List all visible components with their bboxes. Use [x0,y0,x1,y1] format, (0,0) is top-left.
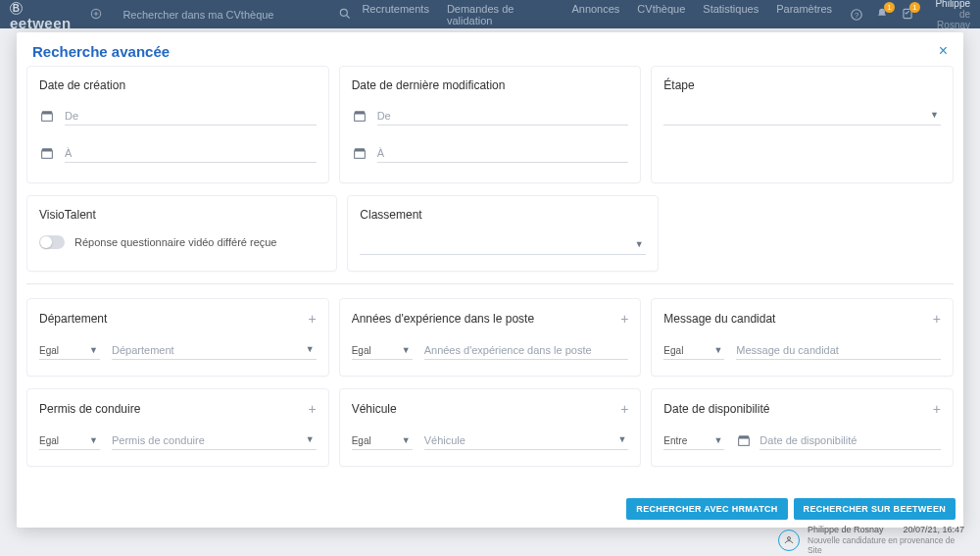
card-message: Message du candidat+ Egal▼ [651,298,954,377]
plus-icon[interactable]: + [308,401,316,417]
vehicle-op-select[interactable]: Egal [352,431,413,450]
modification-from-input[interactable] [377,106,629,126]
plus-icon[interactable]: + [308,311,316,327]
svg-point-5 [788,536,791,539]
tasks-badge: 1 [909,2,920,13]
message-input[interactable] [736,340,941,360]
modification-to-input[interactable] [377,143,629,163]
stage-select[interactable] [663,106,941,126]
card-modification-date: Date de dernière modification [339,66,642,183]
svg-text:?: ? [855,10,858,19]
card-experience: Années d'expérience dans le poste+ Egal▼ [339,298,642,377]
card-title: Date de disponibilité [663,402,769,416]
license-op-select[interactable]: Egal [39,431,100,450]
tasks-icon[interactable]: 1 [901,7,914,23]
calendar-icon[interactable] [736,432,752,448]
nav-validation[interactable]: Demandes de validation [447,3,555,26]
card-availability: Date de disponibilité+ Entre▼ [651,388,954,467]
main-nav: Recrutements Demandes de validation Anno… [362,3,832,26]
license-select[interactable]: Permis de conduire [112,430,317,450]
card-ranking: Classement ▼ [347,195,658,272]
card-title: Département [39,312,107,326]
nav-ads[interactable]: Annonces [571,3,619,26]
vehicle-select[interactable]: Véhicule [424,430,629,450]
search-beetween-button[interactable]: RECHERCHER SUR BEETWEEN [794,498,956,520]
nav-cvtheque[interactable]: CVthèque [637,3,685,26]
card-vehicle: Véhicule+ Egal▼ Véhicule▼ [339,388,642,467]
topbar-icons: ? 1 1 [850,7,914,23]
department-op-select[interactable]: Egal [39,341,100,360]
experience-input[interactable] [424,340,629,360]
svg-rect-10 [42,151,53,158]
calendar-icon[interactable] [352,145,368,161]
card-title: Classement [360,208,645,222]
department-select[interactable]: Département [112,340,317,360]
section-divider [26,283,954,284]
empty-slot [668,195,954,272]
global-search-placeholder[interactable]: Rechercher dans ma CVthèque [122,9,338,21]
notification-subtitle: Nouvelle candidature en provenance de Si… [808,535,964,555]
card-title: Étape [663,78,941,92]
availability-op-select[interactable]: Entre [663,431,724,450]
plus-icon[interactable]: + [620,401,628,417]
creation-to-input[interactable] [65,143,317,163]
card-license: Permis de conduire+ Egal▼ Permis de cond… [26,388,329,467]
card-title: VisioTalent [39,208,324,222]
user-menu[interactable]: Philippe de Rosnay [924,0,970,30]
visio-toggle-label: Réponse questionnaire vidéo différé reçu… [74,236,277,248]
card-title: Permis de conduire [39,402,140,416]
ranking-select[interactable] [360,235,645,255]
workspace-icon[interactable] [89,7,103,23]
svg-rect-16 [354,151,365,158]
notification-time: 20/07/21, 16:47 [903,525,964,535]
card-title: Message du candidat [663,312,775,326]
notification-name: Philippe de Rosnay [808,525,884,535]
modal-title: Recherche avancée [32,43,170,60]
topbar: BBeetweeneetween Rechercher dans ma CVth… [0,0,980,28]
card-visiotalent: VisioTalent Réponse questionnaire vidéo … [26,195,337,272]
logo: BBeetweeneetween [10,0,81,31]
help-icon[interactable]: ? [850,8,863,22]
calendar-icon[interactable] [39,145,55,161]
card-creation-date: Date de création [26,66,329,183]
plus-icon[interactable]: + [933,311,941,327]
creation-from-input[interactable] [65,106,317,126]
card-title: Date de création [39,78,317,92]
visio-toggle[interactable] [39,235,65,249]
calendar-icon[interactable] [39,108,55,124]
nav-params[interactable]: Paramètres [776,3,832,26]
nav-stats[interactable]: Statistiques [703,3,759,26]
svg-point-1 [341,9,348,16]
advanced-search-modal: Recherche avancée × Date de création Dat… [17,32,963,528]
message-op-select[interactable]: Egal [663,341,724,360]
plus-icon[interactable]: + [933,401,941,417]
search-hrmatch-button[interactable]: RECHERCHER AVEC HRMATCH [626,498,787,520]
bell-icon[interactable]: 1 [875,7,889,23]
notification-item[interactable]: Philippe de Rosnay20/07/21, 16:47 Nouvel… [778,524,964,556]
search-icon[interactable] [338,7,352,23]
plus-icon[interactable]: + [620,311,628,327]
card-stage: Étape ▼ [651,66,954,183]
svg-rect-13 [354,114,365,121]
card-title: Véhicule [352,402,397,416]
svg-rect-7 [42,114,53,121]
nav-recruitments[interactable]: Recrutements [362,3,428,26]
close-icon[interactable]: × [939,42,948,60]
calendar-icon[interactable] [352,108,368,124]
svg-rect-19 [739,438,750,445]
card-title: Date de dernière modification [352,78,629,92]
experience-op-select[interactable]: Egal [352,341,413,360]
card-title: Années d'expérience dans le poste [352,312,534,326]
card-department: Département+ Egal▼ Département▼ [26,298,329,377]
availability-input[interactable] [760,430,941,450]
bell-badge: 1 [884,2,895,13]
notification-avatar-icon [778,530,800,551]
modal-footer-buttons: RECHERCHER AVEC HRMATCH RECHERCHER SUR B… [626,498,956,520]
